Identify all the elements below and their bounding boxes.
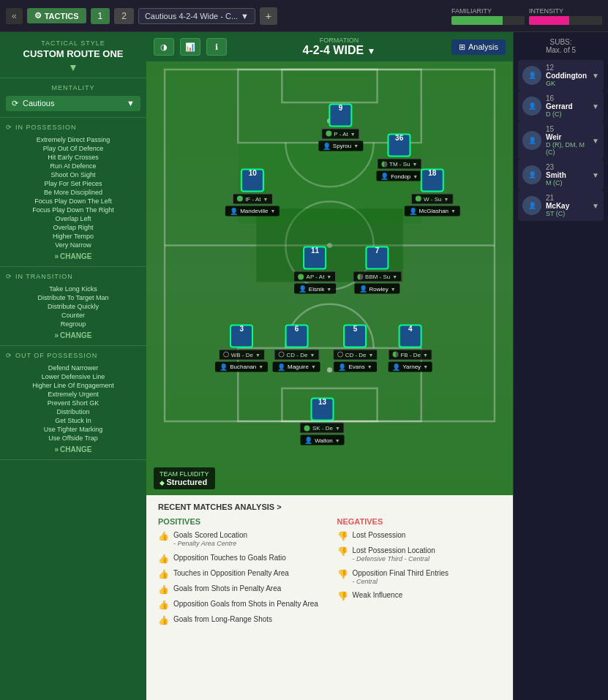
list-item[interactable]: Play Out Of Defence: [6, 144, 140, 153]
player-role-p5[interactable]: CD - De ▼: [333, 349, 378, 360]
player-number-p3: 3: [239, 324, 244, 332]
player-node-p4[interactable]: 4 FB - De ▼ 👤 Yarney ▼: [388, 324, 432, 372]
player-name-p13[interactable]: 👤 Walton ▼: [300, 435, 345, 445]
player-name-p6[interactable]: 👤 Maguire ▼: [273, 361, 320, 372]
add-tab-button[interactable]: +: [260, 7, 277, 25]
player-name-p4[interactable]: 👤 Yarney ▼: [388, 361, 432, 372]
expand-tactical-style[interactable]: ▼: [68, 61, 78, 73]
name-chevron-p6: ▼: [311, 364, 316, 369]
list-item[interactable]: Shoot On Sight: [6, 170, 140, 179]
list-item[interactable]: Run At Defence: [6, 162, 140, 170]
sub-name: Coddington: [546, 72, 588, 80]
shirt-icon-p3: 👤: [219, 363, 228, 370]
shirt-icon-p5: 👤: [338, 363, 346, 370]
familiarity-fill: [451, 16, 503, 25]
formation-name[interactable]: 4-2-4 WIDE ▼: [227, 44, 451, 57]
list-item[interactable]: Extremely Direct Passing: [6, 135, 140, 144]
player-role-p4[interactable]: FB - De ▼: [388, 349, 432, 360]
info-button[interactable]: ℹ: [206, 38, 227, 56]
list-item[interactable]: Higher Line Of Engagement: [6, 381, 140, 390]
player-node-p5[interactable]: 5 CD - De ▼ 👤 Evans ▼: [333, 324, 378, 372]
player-node-p13[interactable]: 13 SK - De ▼ 👤 Walton ▼: [300, 398, 345, 445]
sub-number: 12: [546, 64, 588, 72]
list-item[interactable]: Distribute To Target Man: [6, 293, 140, 302]
player-role-p7[interactable]: BBM - Su ▼: [353, 271, 402, 282]
sub-chevron[interactable]: ▼: [592, 102, 599, 110]
tab-1[interactable]: 1: [91, 8, 110, 24]
sub-chevron[interactable]: ▼: [592, 171, 599, 179]
fluidity-badge: TEAM FLUIDITY ◆ Structured: [154, 467, 215, 489]
tab-2[interactable]: 2: [114, 8, 134, 24]
sub-chevron[interactable]: ▼: [592, 202, 599, 210]
player-role-p11[interactable]: AP - At ▼: [294, 271, 337, 282]
player-name-p11[interactable]: 👤 Elsnik ▼: [294, 284, 336, 294]
list-item[interactable]: Overlap Left: [6, 214, 140, 223]
player-node-p6[interactable]: 6 CD - De ▼ 👤 Maguire ▼: [273, 324, 320, 372]
player-number-p11: 11: [311, 246, 319, 255]
analysis-button[interactable]: ⊞ Analysis: [451, 39, 506, 55]
list-item[interactable]: Take Long Kicks: [6, 285, 140, 293]
change-out-possession-button[interactable]: » CHANGE: [6, 445, 140, 454]
list-item[interactable]: Very Narrow: [6, 241, 140, 249]
player-role-p9[interactable]: P - At ▼: [321, 128, 359, 139]
sub-chevron[interactable]: ▼: [592, 137, 599, 145]
sub-player-smith[interactable]: 👤 23 Smith M (C) ▼: [518, 159, 604, 190]
player-node-p18[interactable]: 18 W - Su ▼ 👤 McGlashan ▼: [405, 168, 460, 216]
player-name-p9[interactable]: 👤 Spyrou ▼: [318, 140, 363, 151]
list-item[interactable]: Lower Defensive Line: [6, 372, 140, 381]
formation-dropdown[interactable]: Cautious 4-2-4 Wide - C... ▼: [138, 8, 255, 24]
list-item[interactable]: Prevent Short GK: [6, 399, 140, 407]
player-role-p6[interactable]: CD - De ▼: [274, 349, 319, 360]
back-button[interactable]: «: [6, 8, 23, 24]
list-item[interactable]: Extremely Urgent: [6, 390, 140, 399]
sub-player-mckay[interactable]: 👤 21 McKay ST (C) ▼: [518, 190, 604, 221]
list-item[interactable]: Focus Play Down The Right: [6, 206, 140, 214]
list-item[interactable]: Defend Narrower: [6, 364, 140, 372]
list-item[interactable]: Regroup: [6, 320, 140, 328]
player-name-p5[interactable]: 👤 Evans ▼: [334, 361, 376, 372]
player-name-p7[interactable]: 👤 Rowley ▼: [355, 284, 400, 294]
player-node-p3[interactable]: 3 WB - De ▼ 👤 Buchanan ▼: [215, 324, 268, 372]
player-node-p7[interactable]: 7 BBM - Su ▼ 👤 Rowley ▼: [353, 246, 402, 294]
in-possession-items: Extremely Direct PassingPlay Out Of Defe…: [6, 135, 140, 249]
list-item[interactable]: Use Tighter Marking: [6, 425, 140, 434]
list-item[interactable]: Distribution: [6, 407, 140, 416]
sub-number: 21: [546, 194, 588, 202]
player-role-p10[interactable]: IF - At ▼: [233, 193, 272, 204]
list-item[interactable]: Overlap Right: [6, 223, 140, 232]
analysis-positive-item: 👍 Goals Scored Location - Penalty Area C…: [158, 530, 323, 549]
player-role-p18[interactable]: W - Su ▼: [411, 193, 453, 204]
list-item[interactable]: Higher Tempo: [6, 232, 140, 241]
stats-button[interactable]: 📊: [180, 38, 200, 56]
list-item[interactable]: Play For Set Pieces: [6, 179, 140, 188]
player-name-p10[interactable]: 👤 Mandeville ▼: [225, 206, 279, 216]
list-item[interactable]: Focus Play Down The Left: [6, 197, 140, 206]
analysis-header[interactable]: RECENT MATCHES ANALYSIS >: [158, 503, 501, 511]
analysis-columns: POSITIVES 👍 Goals Scored Location - Pena…: [158, 517, 501, 630]
player-node-p10[interactable]: 10 IF - At ▼ 👤 Mandeville ▼: [225, 168, 279, 216]
change-transition-button[interactable]: » CHANGE: [6, 331, 140, 339]
sub-chevron[interactable]: ▼: [592, 72, 599, 80]
sub-player-weir[interactable]: 👤 15 Weir D (R), DM, M (C) ▼: [518, 121, 604, 159]
view-toggle-button[interactable]: ◑: [154, 38, 174, 56]
sub-player-gerrard[interactable]: 👤 16 Gerrard D (C) ▼: [518, 91, 604, 121]
player-role-p13[interactable]: SK - De ▼: [300, 423, 345, 434]
player-role-p3[interactable]: WB - De ▼: [219, 349, 265, 360]
player-node-p9[interactable]: 9 P - At ▼ 👤 Spyrou ▼: [318, 103, 363, 151]
tactics-tab[interactable]: ⚙ TACTICS: [27, 8, 86, 23]
mentality-dropdown[interactable]: ⟳ Cautious ▼: [6, 96, 140, 111]
player-node-p11[interactable]: 11 AP - At ▼ 👤 Elsnik ▼: [294, 246, 337, 294]
player-name-p3[interactable]: 👤 Buchanan ▼: [215, 361, 268, 372]
player-name-p18[interactable]: 👤 McGlashan ▼: [405, 206, 460, 216]
sub-player-coddington[interactable]: 👤 12 Coddington GK ▼: [518, 60, 604, 91]
tactical-style-label: TACTICAL STYLE: [6, 39, 140, 47]
list-item[interactable]: Be More Disciplined: [6, 188, 140, 197]
change-possession-button[interactable]: » CHANGE: [6, 252, 140, 260]
name-chevron-p3: ▼: [258, 364, 263, 369]
list-item[interactable]: Distribute Quickly: [6, 302, 140, 311]
list-item[interactable]: Use Offside Trap: [6, 434, 140, 443]
list-item[interactable]: Hit Early Crosses: [6, 153, 140, 162]
list-item[interactable]: Counter: [6, 311, 140, 320]
sub-avatar: 👤: [522, 97, 541, 116]
list-item[interactable]: Get Stuck In: [6, 416, 140, 425]
